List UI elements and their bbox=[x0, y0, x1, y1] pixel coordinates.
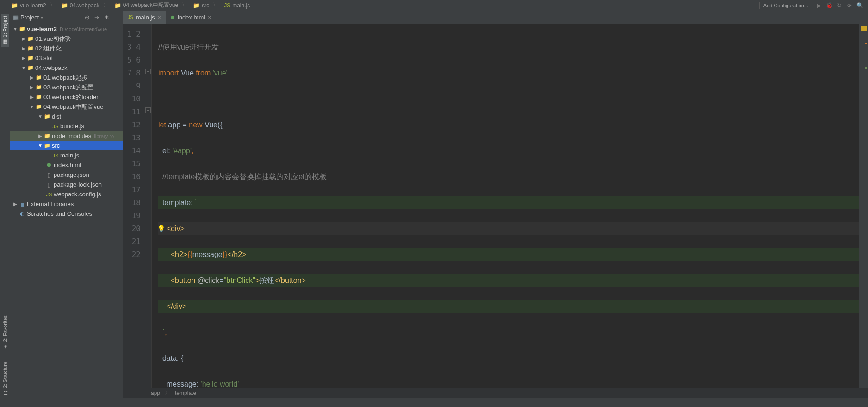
fold-gutter[interactable]: – – bbox=[144, 24, 152, 388]
navigation-bar: 📁vue-learn2〉 📁04.webpack〉 📁04.webpack中配置… bbox=[0, 0, 868, 11]
search-icon[interactable]: 🔍 bbox=[856, 2, 863, 9]
collapse-icon[interactable]: ⇥ bbox=[94, 14, 99, 21]
status-bar bbox=[0, 398, 868, 407]
tree-root[interactable]: ▼📁vue-learn2D:\code\frontend\vue bbox=[10, 24, 123, 34]
debug-icon[interactable]: 🐞 bbox=[825, 2, 833, 9]
crumb[interactable]: 📁04.webpack〉 bbox=[59, 1, 111, 9]
project-view-select[interactable]: ▦ Project ▾ bbox=[13, 14, 82, 21]
code-editor[interactable]: //使用vue进行开发 import Vue from 'vue' let ap… bbox=[152, 24, 859, 388]
stop-icon[interactable]: ↻ bbox=[836, 2, 843, 9]
tree-folder-src[interactable]: ▼📁src bbox=[10, 141, 123, 150]
editor-tab-indexhtml[interactable]: ⬢index.html× bbox=[166, 11, 216, 24]
locate-icon[interactable]: ⊕ bbox=[85, 14, 90, 21]
tree-folder[interactable]: ▼📁04.webpack中配置vue bbox=[10, 102, 123, 112]
run-icon[interactable]: ▶ bbox=[815, 2, 823, 9]
hide-icon[interactable]: — bbox=[114, 14, 120, 21]
left-tab-project[interactable]: ▦1: Project bbox=[1, 14, 9, 47]
inspection-indicator-icon[interactable] bbox=[861, 26, 867, 31]
tree-folder[interactable]: ▶📁01.vue初体验 bbox=[10, 34, 123, 44]
crumb[interactable]: 📁vue-learn2〉 bbox=[9, 1, 57, 9]
crumb[interactable]: 📁04.webpack中配置vue〉 bbox=[112, 1, 189, 9]
editor-area: JSmain.js× ⬢index.html× 1 2 3 4 5 6 7 8 … bbox=[123, 11, 868, 398]
tree-folder[interactable]: ▼📁04.webpack bbox=[10, 63, 123, 73]
editor-body: 1 2 3 4 5 6 7 8 9 10 11 12 13 14 15 16 1… bbox=[123, 24, 868, 388]
tree-folder[interactable]: ▶📁03.slot bbox=[10, 53, 123, 63]
project-tree[interactable]: ▼📁vue-learn2D:\code\frontend\vue ▶📁01.vu… bbox=[10, 24, 123, 398]
tree-folder[interactable]: ▶📁01.webpack起步 bbox=[10, 73, 123, 82]
tree-folder[interactable]: ▶📁02.组件化 bbox=[10, 44, 123, 53]
tree-file[interactable]: {}package.json bbox=[10, 170, 123, 180]
settings-icon[interactable]: ✶ bbox=[104, 14, 109, 21]
editor-tabs: JSmain.js× ⬢index.html× bbox=[123, 11, 868, 24]
tree-folder[interactable]: ▶📁02.webpack的配置 bbox=[10, 82, 123, 92]
line-gutter[interactable]: 1 2 3 4 5 6 7 8 9 10 11 12 13 14 15 16 1… bbox=[123, 24, 144, 388]
nav-actions: Add Configuration... ▶ 🐞 ↻ ⟳ 🔍 bbox=[759, 2, 868, 9]
tree-file[interactable]: JSbundle.js bbox=[10, 121, 123, 131]
crumb[interactable]: JSmain.js bbox=[222, 2, 252, 9]
tree-folder[interactable]: ▶📁03.webpack的loader bbox=[10, 92, 123, 102]
tree-external-libs[interactable]: ▶⫼External Libraries bbox=[10, 199, 123, 209]
crumb[interactable]: 📁src〉 bbox=[191, 1, 220, 9]
editor-tab-mainjs[interactable]: JSmain.js× bbox=[123, 11, 166, 24]
tree-file-mainjs[interactable]: JSmain.js bbox=[10, 150, 123, 160]
tree-file[interactable]: JSwebpack.config.js bbox=[10, 189, 123, 199]
editor-crumb[interactable]: template bbox=[175, 390, 196, 396]
update-icon[interactable]: ⟳ bbox=[846, 2, 853, 9]
tree-folder[interactable]: ▼📁dist bbox=[10, 112, 123, 121]
error-stripe[interactable] bbox=[859, 24, 868, 388]
close-icon[interactable]: × bbox=[208, 14, 211, 21]
fold-marker[interactable]: – bbox=[145, 107, 151, 113]
tree-file[interactable]: {}package-lock.json bbox=[10, 180, 123, 189]
editor-crumb[interactable]: app bbox=[151, 390, 160, 396]
left-tool-buttons: ▦1: Project ★2: Favorites ☶2: Structure bbox=[0, 11, 10, 398]
left-tab-structure[interactable]: ☶2: Structure bbox=[1, 360, 9, 398]
tree-scratches[interactable]: ◐Scratches and Consoles bbox=[10, 209, 123, 219]
project-panel: ▦ Project ▾ ⊕ ⇥ ✶ — ▼📁vue-learn2D:\code\… bbox=[10, 11, 123, 398]
editor-breadcrumbs[interactable]: app 〉 template bbox=[123, 388, 868, 398]
tree-folder-node-modules[interactable]: ▶📁node_moduleslibrary ro bbox=[10, 131, 123, 141]
add-configuration-button[interactable]: Add Configuration... bbox=[759, 2, 812, 9]
close-icon[interactable]: × bbox=[158, 14, 161, 21]
nav-breadcrumbs: 📁vue-learn2〉 📁04.webpack〉 📁04.webpack中配置… bbox=[0, 1, 759, 9]
project-panel-header: ▦ Project ▾ ⊕ ⇥ ✶ — bbox=[10, 11, 123, 24]
tree-file[interactable]: ⬢index.html bbox=[10, 160, 123, 170]
left-tab-favorites[interactable]: ★2: Favorites bbox=[1, 313, 9, 351]
intention-bulb-icon[interactable]: 💡 bbox=[157, 222, 165, 235]
fold-marker[interactable]: – bbox=[145, 69, 151, 74]
